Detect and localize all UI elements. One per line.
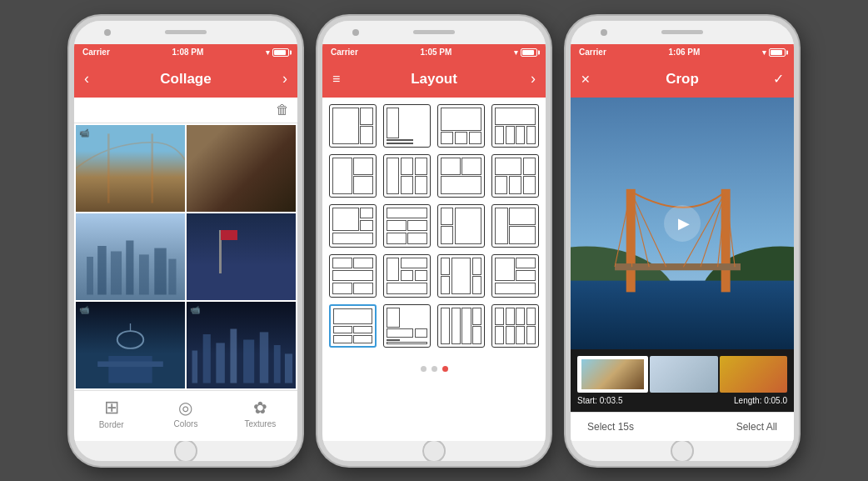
tab-border[interactable]: ⊞ Border	[74, 391, 148, 435]
dot-1[interactable]	[421, 366, 427, 372]
phone-camera-2	[352, 29, 359, 36]
svg-rect-19	[274, 345, 281, 383]
phone-crop: Carrier 1:06 PM ▾ ✕ Crop ✓	[566, 16, 799, 466]
layout-opt-16[interactable]	[491, 254, 539, 298]
dot-3[interactable]	[442, 366, 448, 372]
wifi-icon-2: ▾	[514, 48, 518, 57]
tab-textures-label: Textures	[244, 419, 276, 428]
back-button-1[interactable]: ‹	[84, 70, 89, 88]
layout-options-area	[322, 98, 546, 361]
carrier-1: Carrier	[82, 48, 110, 57]
status-bar-3: Carrier 1:06 PM ▾	[571, 44, 794, 61]
home-button-3[interactable]	[671, 439, 694, 463]
layout-opt-9[interactable]	[329, 204, 377, 248]
layout-opt-2[interactable]	[383, 104, 431, 148]
phone-layout: Carrier 1:05 PM ▾ ≡ Layout ›	[317, 16, 551, 466]
svg-rect-27	[615, 263, 741, 270]
layout-opt-8[interactable]	[491, 154, 539, 198]
phone-collage: Carrier 1:08 PM ▾ ‹ Collage › 🗑 📹	[69, 16, 302, 466]
layout-opt-15[interactable]	[437, 254, 485, 298]
layout-opt-4[interactable]	[491, 104, 539, 148]
layout-opt-10[interactable]	[383, 204, 431, 248]
crop-content: ▶ Start: 0:03.5 Length: 0:05.0	[571, 98, 794, 441]
battery-2	[521, 48, 537, 57]
svg-rect-14	[203, 334, 211, 383]
grid-cell-6[interactable]: 📹	[187, 302, 296, 388]
layout-opt-1[interactable]	[329, 104, 377, 148]
phone-bottom-1	[74, 441, 297, 461]
home-button-2[interactable]	[422, 439, 446, 463]
grid-cell-2[interactable]	[187, 125, 296, 212]
layout-opt-12[interactable]	[491, 204, 539, 248]
layout-content	[322, 98, 546, 441]
collage-toolbar: 🗑	[74, 98, 297, 123]
tab-colors[interactable]: ◎ Colors	[148, 391, 222, 435]
select-15s-button[interactable]: Select 15s	[587, 421, 634, 433]
timeline-clip-1[interactable]	[577, 356, 648, 393]
timeline-strip	[577, 356, 787, 393]
tab-textures[interactable]: ✿ Textures	[223, 391, 297, 435]
battery-3	[769, 48, 786, 57]
svg-rect-4	[111, 251, 122, 294]
home-button-1[interactable]	[174, 439, 197, 463]
layout-opt-5[interactable]	[329, 154, 377, 198]
svg-rect-11	[108, 356, 152, 383]
svg-rect-12	[97, 361, 163, 367]
tab-border-label: Border	[99, 420, 124, 429]
start-label: Start: 0:03.5	[577, 396, 622, 405]
grid-cell-5[interactable]: 📹	[76, 302, 185, 388]
select-all-button[interactable]: Select All	[736, 421, 777, 433]
svg-rect-7	[154, 248, 166, 294]
svg-rect-18	[260, 332, 268, 383]
timeline-clip-3[interactable]	[720, 356, 787, 393]
layout-opt-20[interactable]	[491, 304, 539, 348]
status-icons-2: ▾	[514, 48, 537, 57]
battery-1	[272, 48, 289, 57]
grid-cell-1[interactable]: 📹	[76, 125, 185, 212]
textures-icon: ✿	[253, 398, 267, 418]
layout-opt-13[interactable]	[329, 254, 377, 298]
timeline-clip-2[interactable]	[650, 356, 717, 393]
timeline-labels: Start: 0:03.5 Length: 0:05.0	[577, 396, 787, 405]
trash-icon[interactable]: 🗑	[276, 103, 289, 118]
layout-opt-11[interactable]	[437, 204, 485, 248]
forward-button-1[interactable]: ›	[282, 70, 287, 88]
forward-button-2[interactable]: ›	[531, 70, 536, 88]
layout-opt-19[interactable]	[437, 304, 485, 348]
layout-opt-7[interactable]	[437, 154, 485, 198]
layout-opt-14[interactable]	[383, 254, 431, 298]
layout-opt-18[interactable]	[383, 304, 431, 348]
layout-row-1	[329, 104, 539, 148]
check-button[interactable]: ✓	[773, 71, 784, 87]
collage-grid: 📹	[74, 123, 297, 390]
close-button[interactable]: ✕	[581, 73, 591, 86]
phone-speaker-1	[165, 30, 207, 34]
phone-speaker-2	[413, 30, 455, 34]
svg-rect-6	[139, 254, 149, 294]
play-button[interactable]: ▶	[664, 205, 701, 242]
dot-2[interactable]	[432, 366, 437, 372]
time-1: 1:08 PM	[172, 48, 204, 57]
layout-opt-6[interactable]	[383, 154, 431, 198]
grid-cell-4[interactable]	[187, 213, 296, 300]
layout-row-5	[329, 304, 539, 348]
grid-cell-3[interactable]	[76, 213, 185, 300]
layout-opt-17[interactable]	[329, 304, 377, 348]
colors-icon: ◎	[178, 398, 192, 418]
svg-rect-5	[126, 240, 133, 294]
svg-rect-26	[721, 188, 731, 292]
svg-rect-13	[192, 350, 198, 383]
collage-content: 🗑 📹	[74, 98, 297, 441]
svg-rect-8	[168, 258, 176, 294]
time-2: 1:05 PM	[421, 48, 452, 57]
svg-rect-16	[230, 328, 237, 383]
layout-row-2	[329, 154, 539, 198]
video-preview: ▶	[571, 98, 794, 349]
phone-speaker-3	[661, 30, 703, 34]
menu-button[interactable]: ≡	[332, 72, 340, 87]
layout-opt-3[interactable]	[437, 104, 485, 148]
svg-rect-15	[216, 343, 224, 383]
svg-rect-3	[97, 246, 106, 295]
carrier-3: Carrier	[579, 48, 606, 57]
phone-camera-3	[601, 29, 607, 36]
